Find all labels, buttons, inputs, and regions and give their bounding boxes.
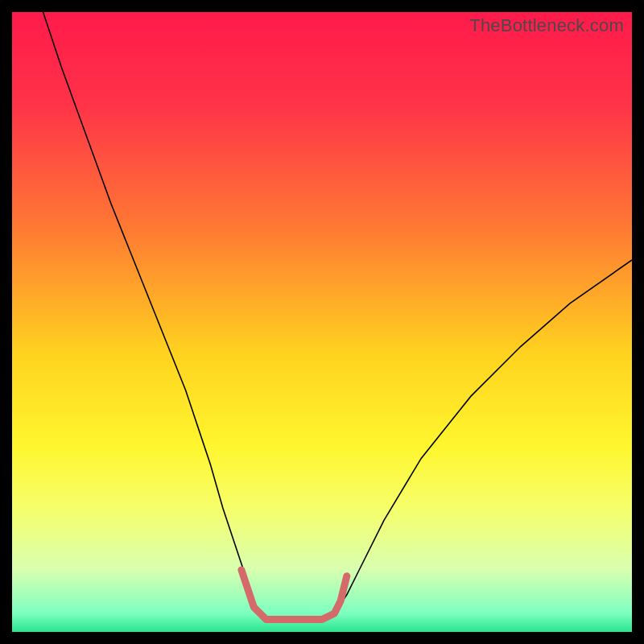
watermark-text: TheBottleneck.com — [469, 15, 624, 36]
gradient-background — [12, 12, 632, 632]
chart-frame: TheBottleneck.com — [12, 12, 632, 632]
bottleneck-chart — [12, 12, 632, 632]
